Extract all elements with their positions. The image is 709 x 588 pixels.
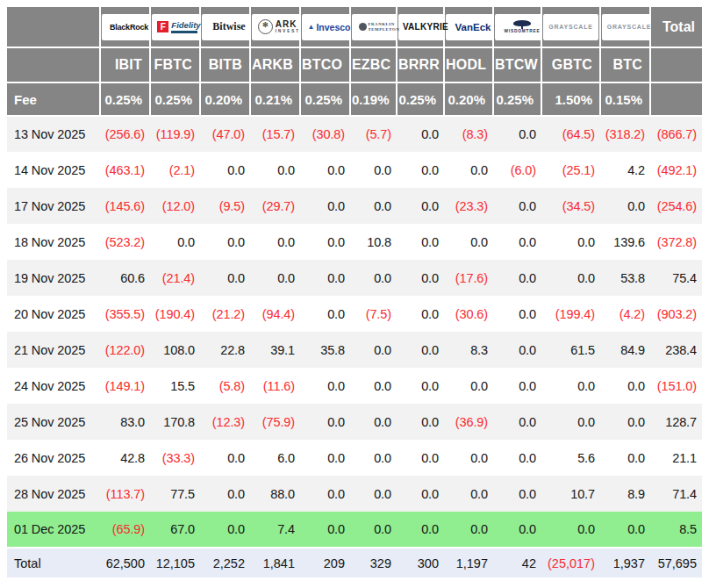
total-value-cell: 209 [300,548,350,577]
flow-value-cell: 0.0 [541,224,600,260]
flow-value-cell: 0.0 [493,296,541,332]
ticker-header-btc: BTC [600,47,650,82]
total-row-label: Total [7,548,100,577]
flow-rows: 13 Nov 2025(256.6)(119.9)(47.0)(15.7)(30… [7,116,702,548]
flow-value-cell: (11.6) [250,368,300,404]
flow-value-cell: (2.1) [150,152,200,188]
flow-value-cell: 21.1 [650,440,702,476]
flow-row: 20 Nov 2025(355.5)(190.4)(21.2)(94.4)0.0… [7,296,702,332]
total-value-cell: 1,937 [600,548,650,577]
flow-value-cell: (34.5) [541,188,600,224]
provider-logo-cell-hodl: VanEck [444,7,493,47]
flow-value-cell: (47.0) [200,116,250,152]
flow-value-cell: (119.9) [150,116,200,152]
flow-value-cell: 0.0 [397,116,444,152]
provider-logo-cell-gbtc: GRAYSCALE [541,7,600,47]
flow-value-cell: (8.3) [444,116,493,152]
flow-row: 01 Dec 2025(65.9)67.00.07.40.00.00.00.00… [7,512,702,548]
flow-value-cell: 67.0 [150,512,200,548]
flow-value-cell: (145.6) [100,188,150,224]
franklin-mark-icon [359,23,367,31]
provider-logo-cell-brrr: VALKYRIE [397,7,444,47]
flow-value-cell: 108.0 [150,332,200,368]
flow-value-cell: 0.0 [600,188,650,224]
grayscale-logo: GRAYSCALE [543,14,598,40]
date-cell: 01 Dec 2025 [7,512,100,548]
ticker-header-hodl: HODL [444,47,493,82]
invesco-logo: ▲Invesco [302,14,356,40]
flow-value-cell: 0.0 [300,368,350,404]
flow-value-cell: 0.0 [300,512,350,548]
flow-value-cell: 71.4 [650,476,702,512]
wisdomtree-tree-icon [512,20,533,29]
flow-value-cell: 60.6 [100,260,150,296]
flow-row: 13 Nov 2025(256.6)(119.9)(47.0)(15.7)(30… [7,116,702,152]
invesco-mark-icon: ▲ [307,23,314,31]
flow-value-cell: 0.0 [300,188,350,224]
flow-value-cell: 0.0 [444,476,493,512]
flow-value-cell: 0.0 [397,260,444,296]
flow-value-cell: (17.6) [444,260,493,296]
flow-value-cell: 0.0 [493,116,541,152]
flow-value-cell: 0.0 [444,512,493,548]
flow-value-cell: (492.1) [650,152,702,188]
flow-value-cell: 8.5 [650,512,702,548]
ticker-header-bitb: BITB [200,47,250,82]
flow-value-cell: 0.0 [397,296,444,332]
flow-value-cell: 0.0 [300,404,350,440]
flow-value-cell: 10.7 [541,476,600,512]
ticker-row-empty-cell [7,47,100,82]
total-row-container: Total62,50012,1052,2521,8412093293001,19… [7,548,702,577]
date-cell: 25 Nov 2025 [7,404,100,440]
flow-row: 17 Nov 2025(145.6)(12.0)(9.5)(29.7)0.00.… [7,188,702,224]
flow-value-cell: (149.1) [100,368,150,404]
fidelity-underline [171,31,197,33]
flow-value-cell: 0.0 [541,404,600,440]
flow-value-cell: 0.0 [493,368,541,404]
flow-value-cell: 0.0 [397,368,444,404]
flow-value-cell: 0.0 [493,476,541,512]
flow-value-cell: (9.5) [200,188,250,224]
fee-cell-gbtc: 1.50% [541,82,600,116]
flow-value-cell: (29.7) [250,188,300,224]
flow-value-cell: 0.0 [493,404,541,440]
grayscale-logo: GRAYSCALE [602,14,656,40]
flow-value-cell: (7.5) [350,296,397,332]
fee-row-label: Fee [7,82,100,116]
flow-row: 25 Nov 202583.0170.8(12.3)(75.9)0.00.00.… [7,404,702,440]
fee-row: Fee0.25%0.25%0.20%0.21%0.25%0.19%0.25%0.… [7,82,702,116]
total-column-header: Total [650,7,702,47]
flow-value-cell: 0.0 [350,476,397,512]
ticker-row: IBITFBTCBITBARKBBTCOEZBCBRRRHODLBTCWGBTC… [7,47,702,82]
flow-value-cell: 0.0 [493,260,541,296]
flow-value-cell: 0.0 [541,368,600,404]
flow-value-cell: 0.0 [350,260,397,296]
flow-value-cell: 0.0 [444,224,493,260]
total-value-cell: 62,500 [100,548,150,577]
flow-row: 14 Nov 2025(463.1)(2.1)0.00.00.00.00.00.… [7,152,702,188]
date-cell: 18 Nov 2025 [7,224,100,260]
flow-value-cell: (355.5) [100,296,150,332]
flow-value-cell: 0.0 [350,332,397,368]
total-value-cell: 2,252 [200,548,250,577]
flow-value-cell: (4.2) [600,296,650,332]
flow-value-cell: 0.0 [541,260,600,296]
flow-value-cell: 5.6 [541,440,600,476]
flow-value-cell: 0.0 [600,512,650,548]
ticker-header-arkb: ARKB [250,47,300,82]
total-value-cell: 300 [397,548,444,577]
flow-value-cell: 7.4 [250,512,300,548]
flow-value-cell: 0.0 [397,332,444,368]
flow-value-cell: (318.2) [600,116,650,152]
fee-cell-fbtc: 0.25% [150,82,200,116]
flow-value-cell: 53.8 [600,260,650,296]
ticker-header-gbtc: GBTC [541,47,600,82]
flow-value-cell: 83.0 [100,404,150,440]
total-value-cell: 1,841 [250,548,300,577]
flow-row: 26 Nov 202542.8(33.3)0.06.00.00.00.00.00… [7,440,702,476]
flow-value-cell: 170.8 [150,404,200,440]
flow-value-cell: 8.9 [600,476,650,512]
flow-value-cell: 0.0 [397,404,444,440]
flow-row: 24 Nov 2025(149.1)15.5(5.8)(11.6)0.00.00… [7,368,702,404]
flow-value-cell: 0.0 [200,224,250,260]
